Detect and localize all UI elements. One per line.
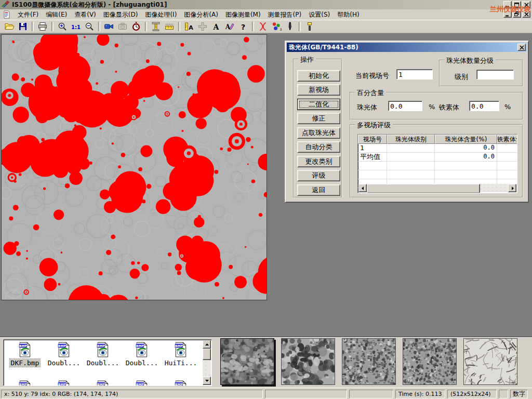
status-panel-empty-3 (499, 390, 508, 398)
grade-level-input[interactable] (476, 70, 514, 79)
calibrate-button[interactable]: A (182, 21, 196, 32)
new-field-button[interactable]: 新视场 (297, 84, 340, 96)
flashlight-button[interactable] (303, 21, 316, 32)
thumbnail-4[interactable] (403, 338, 457, 385)
menu-report[interactable]: 测量报告(P) (264, 9, 305, 20)
dialog-title-bar[interactable]: 珠光体(GB/T9441-88) (287, 43, 527, 52)
current-field-input[interactable] (396, 69, 433, 79)
file-name[interactable]: Doubl... (86, 359, 121, 367)
table-row[interactable]: 平均值0.0 (358, 153, 517, 162)
thumbnail-2[interactable] (281, 338, 335, 385)
file-item-partial[interactable]: BMP (123, 380, 161, 386)
thumbnail-1[interactable] (220, 338, 274, 385)
menu-image-display[interactable]: 图像显示(D) (100, 9, 142, 20)
zoom-out-button[interactable] (83, 21, 96, 32)
pen-button[interactable] (283, 21, 297, 32)
table-cell: 0.0 (435, 144, 497, 152)
classify-button[interactable]: 3 (270, 21, 283, 32)
file-item-partial[interactable]: BMP (162, 380, 200, 386)
initialize-button[interactable]: 初始化 (297, 70, 340, 82)
modify-button[interactable]: 修正 (297, 113, 340, 124)
curve-measure-button[interactable] (256, 21, 270, 32)
print-button[interactable] (36, 21, 49, 32)
table-row[interactable] (358, 170, 517, 179)
file-item[interactable]: BMP Doubl... (84, 342, 122, 367)
ruler-button[interactable] (163, 21, 176, 32)
menu-settings[interactable]: 设置(S) (305, 9, 334, 20)
file-scrollbar-thumb[interactable] (203, 349, 211, 360)
file-name[interactable]: Doubl... (47, 359, 82, 367)
grade-button[interactable]: 评级 (297, 170, 340, 181)
open-button[interactable] (3, 21, 16, 32)
menu-image-process[interactable]: 图像处理(I) (141, 9, 180, 20)
maximize-button[interactable] (513, 1, 521, 8)
file-name[interactable]: Doubl... (125, 359, 159, 367)
file-item[interactable]: BMP DKF.bmp (6, 342, 44, 367)
menu-edit[interactable]: 编辑(E) (42, 9, 71, 20)
svg-text:A: A (189, 24, 193, 31)
return-button[interactable]: 返回 (297, 184, 340, 196)
svg-text:BMP: BMP (19, 344, 27, 348)
stopwatch-button[interactable] (129, 21, 143, 32)
table-h-scrollbar[interactable] (358, 184, 516, 192)
caliper-button[interactable] (149, 21, 163, 32)
table-row[interactable]: 10.0 (358, 144, 517, 153)
grade-group: 珠光体数量分级 级别 (439, 60, 523, 87)
file-scroll-up-button[interactable] (203, 340, 211, 349)
table-row[interactable] (358, 162, 517, 170)
file-scrollbar[interactable] (203, 340, 211, 385)
photo-camera-button[interactable] (116, 21, 129, 32)
file-item-partial[interactable]: BMP (45, 380, 83, 386)
ferrite-percent-input[interactable] (469, 101, 499, 111)
file-item[interactable]: BMP Doubl... (123, 342, 161, 367)
change-class-button[interactable]: 更改类别 (297, 156, 340, 167)
binarize-button[interactable]: 二值化 (297, 99, 340, 110)
menu-view[interactable]: 查看(V) (71, 9, 100, 20)
menu-file[interactable]: 文件(F) (14, 9, 42, 20)
file-item[interactable]: BMP Doubl... (45, 342, 83, 367)
pick-pearlite-button[interactable]: 点取珠光体 (297, 127, 340, 139)
actual-size-button[interactable]: 1:1 (69, 21, 83, 32)
file-item-partial[interactable]: BMP (6, 380, 44, 386)
status-panel-empty-2 (349, 390, 393, 398)
text-edit-button[interactable]: A (223, 21, 236, 32)
file-scroll-down-button[interactable] (203, 377, 211, 385)
scrollbar-thumb[interactable] (367, 184, 480, 193)
minimize-button[interactable] (503, 1, 512, 8)
thumbnail-3[interactable] (342, 338, 396, 385)
zoom-out-icon (84, 21, 95, 32)
file-name[interactable]: DKF.bmp (10, 359, 41, 367)
file-item[interactable]: BMP HuiTi... (162, 342, 200, 367)
mdi-close-button[interactable] (522, 10, 530, 18)
video-camera-button[interactable] (102, 21, 116, 32)
flashlight-icon (304, 21, 315, 32)
text-button[interactable]: A (209, 21, 223, 32)
close-button[interactable] (522, 1, 530, 8)
document-icon[interactable] (3, 10, 11, 19)
toolbar-separator (145, 22, 147, 31)
mdi-minimize-button[interactable] (503, 10, 512, 18)
auto-classify-button[interactable]: 自动分类 (297, 141, 340, 153)
rating-table: 视场号珠光体级别珠光体含量(%)铁素体含量(%) 10.0平均值0.0 (357, 134, 517, 193)
dialog-close-button[interactable] (517, 44, 526, 51)
scroll-left-button[interactable] (358, 184, 367, 192)
menu-image-measure[interactable]: 图像测量(M) (222, 9, 264, 20)
thumbnail-5[interactable] (463, 338, 517, 385)
toolbar: 1:1AAA?3 (0, 20, 532, 33)
file-item-partial[interactable]: BMP (84, 380, 122, 386)
title-bar: IS100显微摄像系统(金相分析版) - [zhuguangti01] (0, 0, 532, 9)
move-button[interactable] (196, 21, 209, 32)
file-name[interactable]: HuiTi... (164, 359, 198, 367)
zoom-in-button[interactable] (56, 21, 69, 32)
save-button[interactable] (16, 21, 30, 32)
help-button[interactable]: ? (236, 21, 250, 32)
scrollbar-track[interactable] (480, 184, 508, 192)
current-field-label: 当前视场号 (355, 71, 389, 81)
grade-level-label: 级别 (455, 72, 468, 82)
pearlite-percent-input[interactable] (388, 101, 422, 111)
menu-image-analysis[interactable]: 图像分析(A) (180, 9, 222, 20)
mdi-restore-button[interactable] (513, 10, 521, 18)
micrograph-image[interactable] (1, 34, 267, 300)
scroll-right-button[interactable] (508, 184, 516, 192)
menu-help[interactable]: 帮助(H) (334, 9, 363, 20)
